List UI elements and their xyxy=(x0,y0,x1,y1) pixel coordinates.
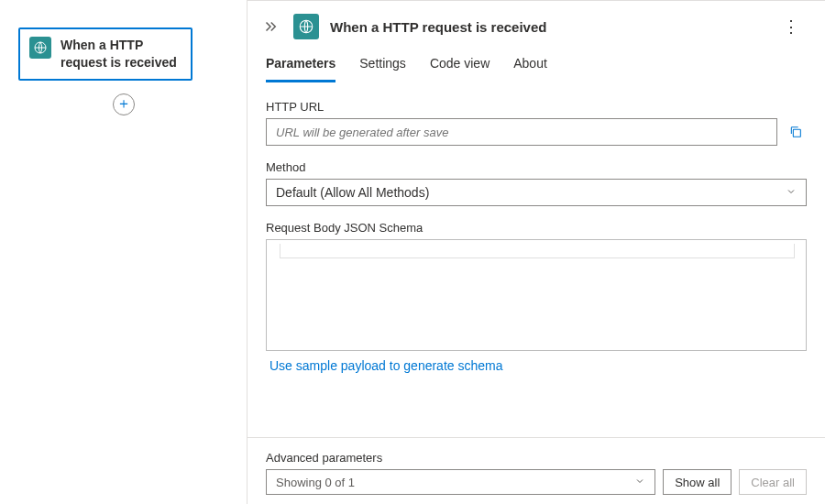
advanced-parameters-section: Advanced parameters Showing 0 of 1 Show … xyxy=(248,437,825,504)
clear-all-button: Clear all xyxy=(739,469,807,495)
tab-about[interactable]: About xyxy=(513,49,547,82)
http-url-input[interactable] xyxy=(266,118,777,146)
use-sample-payload-link[interactable]: Use sample payload to generate schema xyxy=(266,351,506,380)
show-all-button[interactable]: Show all xyxy=(663,469,732,495)
tab-parameters[interactable]: Parameters xyxy=(266,49,336,82)
schema-field: Request Body JSON Schema Use sample payl… xyxy=(266,221,807,380)
http-request-icon xyxy=(293,14,319,39)
details-panel: When a HTTP request is received ⋮ Parame… xyxy=(248,0,825,504)
add-step-button[interactable]: ＋ xyxy=(113,93,135,115)
trigger-node[interactable]: When a HTTP request is received xyxy=(18,27,192,81)
panel-title: When a HTTP request is received xyxy=(330,19,764,35)
chevron-collapse-icon xyxy=(262,18,279,35)
schema-textarea[interactable] xyxy=(266,239,807,351)
http-url-field: HTTP URL xyxy=(266,100,807,146)
http-request-icon xyxy=(29,37,51,59)
method-label: Method xyxy=(266,160,807,174)
panel-tabs: Parameters Settings Code view About xyxy=(248,49,825,83)
trigger-node-title: When a HTTP request is received xyxy=(60,37,182,71)
method-select[interactable]: Default (Allow All Methods) xyxy=(266,179,807,206)
schema-label: Request Body JSON Schema xyxy=(266,221,807,235)
chevron-down-icon xyxy=(634,476,645,489)
panel-header: When a HTTP request is received ⋮ xyxy=(248,1,825,49)
canvas-panel: When a HTTP request is received ＋ xyxy=(0,0,248,504)
advanced-showing-text: Showing 0 of 1 xyxy=(276,476,355,489)
svg-rect-2 xyxy=(793,129,800,137)
method-value: Default (Allow All Methods) xyxy=(276,185,429,200)
method-field: Method Default (Allow All Methods) xyxy=(266,160,807,206)
copy-icon xyxy=(788,125,803,139)
more-vertical-icon: ⋮ xyxy=(783,17,799,36)
panel-body: HTTP URL Method Default (Allow All Metho… xyxy=(248,83,825,437)
tab-code-view[interactable]: Code view xyxy=(430,49,490,82)
advanced-label: Advanced parameters xyxy=(266,451,807,465)
schema-inner-decoration xyxy=(280,244,795,258)
collapse-panel-button[interactable] xyxy=(258,15,282,38)
copy-url-button[interactable] xyxy=(785,121,807,143)
chevron-down-icon xyxy=(786,185,797,200)
more-menu-button[interactable]: ⋮ xyxy=(776,15,807,38)
http-url-label: HTTP URL xyxy=(266,100,807,114)
advanced-select[interactable]: Showing 0 of 1 xyxy=(266,469,655,495)
tab-settings[interactable]: Settings xyxy=(359,49,406,82)
